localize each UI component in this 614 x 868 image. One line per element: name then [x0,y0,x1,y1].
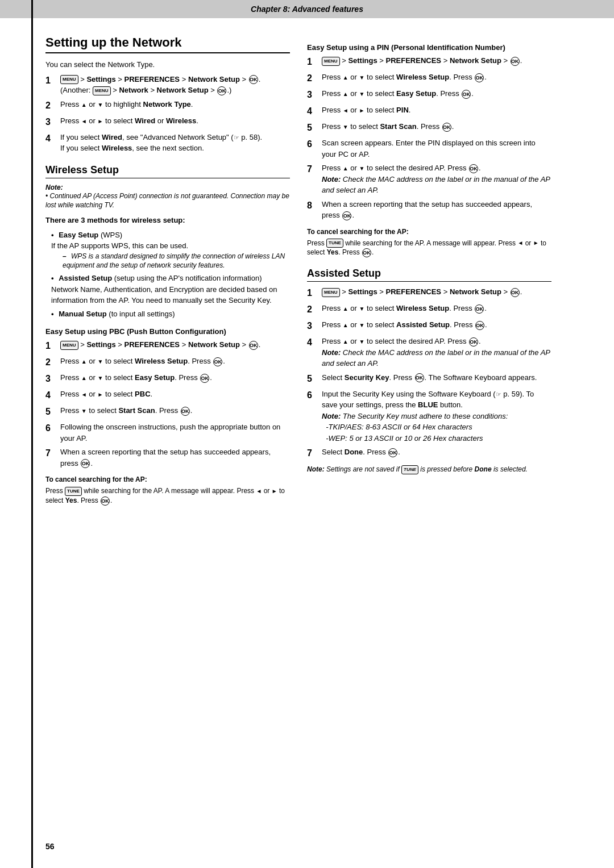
step-content: Press or to select Wireless Setup. Press… [322,303,551,316]
chapter-header: Chapter 8: Advanced features [0,0,614,18]
section1-steps: 1 MENU > Settings > PREFERENCES > Networ… [45,74,290,154]
page-footer: 56 [45,842,55,851]
ok-icon: OK [475,304,484,314]
content-area: Setting up the Network You can select th… [0,35,614,532]
step-number: 4 [307,105,320,118]
step-item: 5 Press to select Start Scan. Press OK. [307,121,551,135]
arrow-down-icon [359,321,365,329]
tune-icon: TUNE [401,465,418,474]
dash-list: WPS is a standard designed to simplify t… [51,252,290,271]
cancel-label: To cancel searching for the AP: [45,474,290,485]
step-item: 5 Press to select Start Scan. Press OK. [45,405,290,419]
step-content: Select Security Key. Press OK. The Softw… [322,372,551,386]
menu-icon: MENU [322,57,340,66]
final-note-text: Note: Settings are not saved if TUNE is … [307,465,528,473]
arrow-up-icon [81,374,87,382]
cancel-text: Press TUNE while searching for the AP. A… [45,486,290,506]
note-label: Note: [45,183,63,191]
step-number: 5 [45,405,58,419]
step-content: Press to select Start Scan. Press OK. [60,405,290,419]
arrow-down-icon [81,407,87,415]
step-content: Press or to select PBC. [60,389,290,402]
step-number: 2 [307,72,320,85]
tune-icon: TUNE [326,239,343,248]
section5-steps: 1 MENU > Settings > PREFERENCES > Networ… [307,286,551,460]
arrow-down-icon [98,357,103,366]
step-content: Following the onscreen instructions, pus… [60,422,290,444]
step-number: 5 [307,121,320,135]
step-number: 3 [307,319,320,333]
arrow-down-icon [359,337,365,346]
step-content: MENU > Settings > PREFERENCES > Network … [60,339,290,353]
step-number: 1 [307,55,320,69]
section4-steps: 1 MENU > Settings > PREFERENCES > Networ… [307,55,551,221]
final-note-block: Note: Settings are not saved if TUNE is … [307,465,551,474]
step-item: 6 Scan screen appears. Enter the PIN dis… [307,137,551,160]
cancel-label: To cancel searching for the AP: [307,227,551,237]
step-item: 1 MENU > Settings > PREFERENCES > Networ… [307,286,551,300]
cancel-section-pin: To cancel searching for the AP: Press TU… [307,227,551,258]
ok-icon: OK [217,86,226,95]
arrow-up-icon [81,357,87,366]
section3-title: Easy Setup using PBC (Push Button Config… [45,327,290,336]
cancel-text: Press TUNE while searching for the AP. A… [307,239,551,258]
step-number: 7 [307,162,320,196]
section4-title: Easy Setup using a PIN (Personal Identif… [307,43,551,52]
step-number: 1 [45,74,58,96]
step-number: 3 [45,115,58,129]
ok-icon: OK [415,373,424,382]
step-item: 3 Press or to select Wired or Wireless. [45,115,290,129]
step-item: 4 Press or to select PIN. [307,105,551,118]
step-content: When a screen reporting that the setup h… [60,446,290,469]
step-item: 3 Press or to select Assisted Setup. Pre… [307,319,551,333]
step-content: Press to select Start Scan. Press OK. [322,121,551,135]
note-block: Note: • Continued AP (Access Point) conn… [45,183,290,211]
page-number: 56 [45,842,55,851]
arrow-up-icon [343,304,349,313]
step-number: 4 [45,389,58,402]
step-content: Select Done. Press OK. [322,446,551,460]
step-content: Press or to highlight Network Type. [60,99,290,112]
methods-list: Easy Setup (WPS) If the AP supports WPS,… [45,229,290,320]
arrow-right-icon [272,487,277,495]
ok-icon: OK [342,211,351,220]
step-content: Press or to select Wireless Setup. Press… [60,356,290,369]
arrow-up-icon [343,90,349,98]
menu-icon: MENU [60,341,78,350]
page-border-left [31,0,33,868]
section3-steps: 1 MENU > Settings > PREFERENCES > Networ… [45,339,290,469]
method-item: Manual Setup (to input all settings) [51,308,290,320]
menu-icon: MENU [93,86,111,95]
ok-icon: OK [388,448,397,457]
dash-item: WPS is a standard designed to simplify t… [63,252,290,271]
step-number: 3 [45,372,58,386]
step-content: Press or to select Wireless Setup. Press… [322,72,551,85]
ok-icon: OK [442,123,451,132]
right-column: Easy Setup using a PIN (Personal Identif… [307,35,551,509]
step-content: Scan screen appears. Enter the PIN displ… [322,137,551,160]
ok-icon: OK [469,337,478,347]
step-number: 1 [45,339,58,353]
step-item: 4 Press or to select the desired AP. Pre… [307,336,551,369]
note-text: • Continued AP (Access Point) connection… [45,192,289,210]
arrow-down-icon [343,123,349,131]
ok-icon: OK [469,164,478,173]
step-content: Press or to select Easy Setup. Press OK. [322,88,551,102]
step-content: MENU > Settings > PREFERENCES > Network … [322,286,551,300]
step-item: 2 Press or to highlight Network Type. [45,99,290,112]
ok-icon: OK [81,459,90,468]
ok-icon: OK [362,248,371,257]
arrow-down-icon [98,374,103,382]
ok-icon: OK [475,73,484,82]
step-content: Input the Security Key using the Softwar… [322,389,551,444]
ok-icon: OK [213,357,222,366]
menu-icon: MENU [322,288,340,297]
step-number: 6 [307,389,320,444]
step-content: Press or to select the desired AP. Press… [322,336,551,369]
section1-intro: You can select the Network Type. [45,59,290,70]
arrow-up-icon [343,337,349,346]
step-item: 5 Select Security Key. Press OK. The Sof… [307,372,551,386]
ok-icon: OK [511,57,520,66]
step-number: 7 [45,446,58,469]
cancel-section-pbc: To cancel searching for the AP: Press TU… [45,474,290,506]
